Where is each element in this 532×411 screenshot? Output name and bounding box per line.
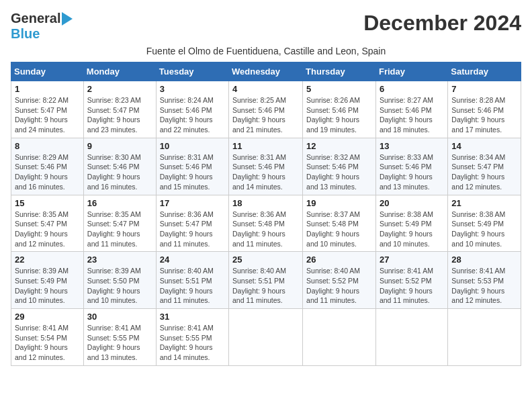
day-number: 24 bbox=[160, 255, 225, 265]
calendar-cell: 2 Sunrise: 8:23 AM Sunset: 5:47 PM Dayli… bbox=[83, 81, 156, 138]
day-info: Sunrise: 8:25 AM Sunset: 5:46 PM Dayligh… bbox=[232, 95, 299, 135]
day-info: Sunrise: 8:37 AM Sunset: 5:48 PM Dayligh… bbox=[306, 210, 372, 249]
day-number: 19 bbox=[306, 198, 372, 208]
day-number: 17 bbox=[160, 198, 225, 208]
day-number: 8 bbox=[15, 141, 80, 151]
weekday-header-cell: Sunday bbox=[11, 62, 84, 81]
weekday-header-cell: Saturday bbox=[448, 62, 521, 81]
day-number: 11 bbox=[232, 141, 299, 151]
day-info: Sunrise: 8:26 AM Sunset: 5:46 PM Dayligh… bbox=[306, 95, 372, 135]
day-number: 15 bbox=[15, 198, 80, 208]
calendar-cell: 19 Sunrise: 8:37 AM Sunset: 5:48 PM Dayl… bbox=[303, 195, 376, 252]
day-info: Sunrise: 8:22 AM Sunset: 5:47 PM Dayligh… bbox=[15, 95, 80, 135]
day-info: Sunrise: 8:24 AM Sunset: 5:46 PM Dayligh… bbox=[160, 95, 225, 135]
calendar-cell: 8 Sunrise: 8:29 AM Sunset: 5:46 PM Dayli… bbox=[11, 138, 84, 195]
calendar-week-row: 15 Sunrise: 8:35 AM Sunset: 5:47 PM Dayl… bbox=[11, 195, 521, 252]
day-info: Sunrise: 8:31 AM Sunset: 5:46 PM Dayligh… bbox=[232, 152, 299, 192]
calendar-cell: 25 Sunrise: 8:40 AM Sunset: 5:51 PM Dayl… bbox=[229, 252, 303, 309]
calendar-cell: 5 Sunrise: 8:26 AM Sunset: 5:46 PM Dayli… bbox=[303, 81, 376, 138]
calendar-cell bbox=[303, 309, 376, 366]
calendar-cell: 31 Sunrise: 8:41 AM Sunset: 5:55 PM Dayl… bbox=[156, 309, 228, 366]
weekday-header-cell: Tuesday bbox=[156, 62, 228, 81]
calendar-cell: 21 Sunrise: 8:38 AM Sunset: 5:49 PM Dayl… bbox=[448, 195, 521, 252]
day-number: 23 bbox=[87, 255, 152, 265]
calendar-cell: 6 Sunrise: 8:27 AM Sunset: 5:46 PM Dayli… bbox=[375, 81, 447, 138]
day-number: 31 bbox=[160, 312, 225, 322]
calendar-cell: 26 Sunrise: 8:40 AM Sunset: 5:52 PM Dayl… bbox=[303, 252, 376, 309]
calendar-cell: 24 Sunrise: 8:40 AM Sunset: 5:51 PM Dayl… bbox=[156, 252, 228, 309]
logo-general: General bbox=[11, 11, 60, 26]
logo-arrow-icon bbox=[62, 12, 73, 26]
calendar-cell: 7 Sunrise: 8:28 AM Sunset: 5:46 PM Dayli… bbox=[448, 81, 521, 138]
day-info: Sunrise: 8:35 AM Sunset: 5:47 PM Dayligh… bbox=[15, 210, 80, 249]
title-block: December 2024 bbox=[363, 11, 521, 36]
day-info: Sunrise: 8:40 AM Sunset: 5:51 PM Dayligh… bbox=[160, 266, 225, 306]
day-info: Sunrise: 8:36 AM Sunset: 5:47 PM Dayligh… bbox=[160, 210, 225, 249]
day-number: 10 bbox=[160, 141, 225, 151]
day-info: Sunrise: 8:38 AM Sunset: 5:49 PM Dayligh… bbox=[380, 210, 444, 249]
day-info: Sunrise: 8:29 AM Sunset: 5:46 PM Dayligh… bbox=[15, 152, 80, 192]
calendar-cell: 22 Sunrise: 8:39 AM Sunset: 5:49 PM Dayl… bbox=[11, 252, 84, 309]
calendar-body: 1 Sunrise: 8:22 AM Sunset: 5:47 PM Dayli… bbox=[11, 81, 521, 366]
day-info: Sunrise: 8:35 AM Sunset: 5:47 PM Dayligh… bbox=[87, 210, 152, 249]
calendar-cell: 1 Sunrise: 8:22 AM Sunset: 5:47 PM Dayli… bbox=[11, 81, 84, 138]
day-number: 27 bbox=[380, 255, 444, 265]
calendar-cell: 10 Sunrise: 8:31 AM Sunset: 5:46 PM Dayl… bbox=[156, 138, 228, 195]
calendar-cell: 18 Sunrise: 8:36 AM Sunset: 5:48 PM Dayl… bbox=[229, 195, 303, 252]
weekday-header-row: SundayMondayTuesdayWednesdayThursdayFrid… bbox=[11, 62, 521, 81]
day-info: Sunrise: 8:31 AM Sunset: 5:46 PM Dayligh… bbox=[160, 152, 225, 192]
calendar-cell: 17 Sunrise: 8:36 AM Sunset: 5:47 PM Dayl… bbox=[156, 195, 228, 252]
calendar-cell: 3 Sunrise: 8:24 AM Sunset: 5:46 PM Dayli… bbox=[156, 81, 228, 138]
day-number: 26 bbox=[306, 255, 372, 265]
calendar-week-row: 8 Sunrise: 8:29 AM Sunset: 5:46 PM Dayli… bbox=[11, 138, 521, 195]
day-number: 12 bbox=[306, 141, 372, 151]
day-info: Sunrise: 8:28 AM Sunset: 5:46 PM Dayligh… bbox=[451, 95, 517, 135]
day-number: 18 bbox=[232, 198, 299, 208]
calendar-week-row: 29 Sunrise: 8:41 AM Sunset: 5:54 PM Dayl… bbox=[11, 309, 521, 366]
day-number: 25 bbox=[232, 255, 299, 265]
day-number: 6 bbox=[380, 84, 444, 94]
day-info: Sunrise: 8:23 AM Sunset: 5:47 PM Dayligh… bbox=[87, 95, 152, 135]
calendar-cell: 23 Sunrise: 8:39 AM Sunset: 5:50 PM Dayl… bbox=[83, 252, 156, 309]
day-info: Sunrise: 8:39 AM Sunset: 5:50 PM Dayligh… bbox=[87, 266, 152, 306]
calendar-cell: 16 Sunrise: 8:35 AM Sunset: 5:47 PM Dayl… bbox=[83, 195, 156, 252]
day-info: Sunrise: 8:34 AM Sunset: 5:47 PM Dayligh… bbox=[451, 152, 517, 192]
weekday-header-cell: Wednesday bbox=[229, 62, 303, 81]
day-info: Sunrise: 8:27 AM Sunset: 5:46 PM Dayligh… bbox=[380, 95, 444, 135]
calendar-cell: 20 Sunrise: 8:38 AM Sunset: 5:49 PM Dayl… bbox=[375, 195, 447, 252]
calendar-cell: 4 Sunrise: 8:25 AM Sunset: 5:46 PM Dayli… bbox=[229, 81, 303, 138]
calendar-week-row: 1 Sunrise: 8:22 AM Sunset: 5:47 PM Dayli… bbox=[11, 81, 521, 138]
day-info: Sunrise: 8:30 AM Sunset: 5:46 PM Dayligh… bbox=[87, 152, 152, 192]
day-number: 7 bbox=[451, 84, 517, 94]
day-number: 9 bbox=[87, 141, 152, 151]
day-number: 28 bbox=[451, 255, 517, 265]
logo-blue: Blue bbox=[11, 26, 40, 42]
day-number: 14 bbox=[451, 141, 517, 151]
day-number: 20 bbox=[380, 198, 444, 208]
day-info: Sunrise: 8:41 AM Sunset: 5:53 PM Dayligh… bbox=[451, 266, 517, 306]
day-number: 29 bbox=[15, 312, 80, 322]
logo: General Blue bbox=[11, 11, 73, 42]
day-info: Sunrise: 8:40 AM Sunset: 5:51 PM Dayligh… bbox=[232, 266, 299, 306]
day-number: 4 bbox=[232, 84, 299, 94]
calendar-cell: 15 Sunrise: 8:35 AM Sunset: 5:47 PM Dayl… bbox=[11, 195, 84, 252]
calendar-title: December 2024 bbox=[363, 11, 521, 36]
day-number: 1 bbox=[15, 84, 80, 94]
calendar-cell: 11 Sunrise: 8:31 AM Sunset: 5:46 PM Dayl… bbox=[229, 138, 303, 195]
calendar-subtitle: Fuente el Olmo de Fuentiduena, Castille … bbox=[11, 46, 521, 56]
day-info: Sunrise: 8:41 AM Sunset: 5:55 PM Dayligh… bbox=[87, 323, 152, 363]
day-info: Sunrise: 8:39 AM Sunset: 5:49 PM Dayligh… bbox=[15, 266, 80, 306]
day-info: Sunrise: 8:32 AM Sunset: 5:46 PM Dayligh… bbox=[306, 152, 372, 192]
calendar-cell: 29 Sunrise: 8:41 AM Sunset: 5:54 PM Dayl… bbox=[11, 309, 84, 366]
calendar-table: SundayMondayTuesdayWednesdayThursdayFrid… bbox=[11, 62, 521, 366]
weekday-header-cell: Monday bbox=[83, 62, 156, 81]
day-info: Sunrise: 8:41 AM Sunset: 5:55 PM Dayligh… bbox=[160, 323, 225, 363]
calendar-cell: 9 Sunrise: 8:30 AM Sunset: 5:46 PM Dayli… bbox=[83, 138, 156, 195]
day-number: 5 bbox=[306, 84, 372, 94]
calendar-cell: 13 Sunrise: 8:33 AM Sunset: 5:46 PM Dayl… bbox=[375, 138, 447, 195]
calendar-cell bbox=[448, 309, 521, 366]
day-number: 21 bbox=[451, 198, 517, 208]
day-number: 22 bbox=[15, 255, 80, 265]
day-info: Sunrise: 8:41 AM Sunset: 5:54 PM Dayligh… bbox=[15, 323, 80, 363]
day-info: Sunrise: 8:38 AM Sunset: 5:49 PM Dayligh… bbox=[451, 210, 517, 249]
